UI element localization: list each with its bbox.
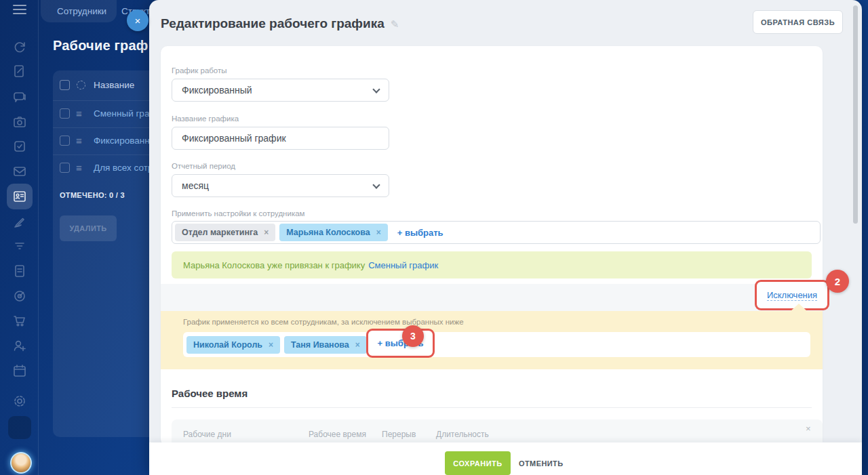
drag-handle-icon[interactable]: ≡ — [76, 136, 82, 146]
remove-tag-icon[interactable]: × — [355, 340, 360, 350]
select-all-checkbox[interactable] — [60, 80, 70, 90]
report-period-select[interactable]: месяц — [172, 174, 389, 197]
apply-to-label: Применить настройки к сотрудникам — [172, 209, 304, 218]
settings-icon[interactable] — [12, 393, 28, 409]
modal-close-button[interactable]: × — [127, 9, 149, 31]
chat-icon[interactable] — [12, 89, 28, 105]
mail-icon[interactable] — [12, 163, 28, 180]
signal-icon[interactable] — [12, 238, 28, 254]
schedule-link[interactable]: Сменный график — [368, 260, 438, 270]
tag-employee: Таня Иванова× — [284, 336, 367, 354]
chevron-down-icon — [372, 181, 380, 188]
cart-icon[interactable] — [12, 312, 28, 329]
employees-card-icon[interactable] — [12, 188, 28, 205]
save-button[interactable]: СОХРАНИТЬ — [445, 451, 511, 475]
remove-tag-icon[interactable]: × — [269, 340, 273, 350]
delete-button[interactable]: УДАЛИТЬ — [60, 215, 117, 241]
select-annotation-box: + выбрать — [366, 329, 435, 358]
modal-footer: СОХРАНИТЬ ОТМЕНИТЬ — [149, 442, 862, 475]
calendar-icon[interactable] — [12, 363, 28, 379]
col-work-days: Рабочие дни — [183, 430, 231, 439]
selected-count: ОТМЕЧЕНО: 0 / 3 — [60, 191, 125, 199]
camera-icon[interactable] — [12, 114, 28, 130]
row-checkbox[interactable] — [60, 136, 70, 146]
schedule-type-select[interactable]: Фиксированный — [172, 79, 389, 102]
tooltip-caret — [791, 304, 807, 311]
annotation-badge-3: 3 — [402, 325, 424, 347]
drag-handle-icon[interactable]: ≡ — [76, 108, 82, 119]
already-assigned-notice: Марьяна Колоскова уже привязан к графику… — [172, 251, 812, 278]
table-row[interactable]: Для всех сотру — [94, 163, 157, 173]
exceptions-label: График применяется ко всем сотрудникам, … — [183, 318, 464, 326]
modal-title: Редактирование рабочего графика✎ — [161, 16, 399, 31]
apply-to-tags-input[interactable]: Отдел маркетинга× Марьяна Колоскова× + в… — [172, 221, 821, 244]
work-time-heading: Рабочее время — [172, 388, 248, 399]
drag-handle-icon[interactable]: ≡ — [76, 163, 82, 173]
sync-icon[interactable] — [12, 39, 28, 56]
col-break: Перерыв — [382, 430, 416, 439]
column-header-name: Название — [94, 80, 134, 90]
remove-tag-icon[interactable]: × — [264, 228, 269, 237]
schedule-name-input[interactable]: Фиксированный график — [172, 127, 389, 150]
report-icon[interactable] — [12, 263, 28, 279]
chevron-down-icon — [372, 85, 380, 93]
table-settings-icon[interactable] — [77, 81, 85, 89]
row-checkbox[interactable] — [60, 163, 70, 173]
schedule-name-label: Название графика — [172, 115, 239, 123]
add-person-icon[interactable] — [12, 337, 28, 354]
page-title: Рабочие граф — [53, 38, 148, 54]
close-row-icon[interactable]: × — [806, 424, 811, 434]
exceptions-row — [161, 284, 823, 311]
schedule-type-label: График работы — [172, 66, 227, 75]
add-employee-link[interactable]: + выбрать — [397, 228, 443, 238]
menu-icon[interactable] — [13, 5, 26, 14]
tasks-icon[interactable] — [12, 138, 28, 154]
goals-icon[interactable] — [12, 288, 28, 304]
edit-title-icon[interactable]: ✎ — [391, 18, 399, 30]
edit-schedule-modal: Редактирование рабочего графика✎ ОБРАТНА… — [149, 0, 862, 475]
report-period-label: Отчетный период — [172, 162, 235, 170]
tab-employees[interactable]: Сотрудники — [57, 6, 106, 16]
remove-tag-icon[interactable]: × — [376, 228, 381, 237]
table-row[interactable]: Фиксированны — [94, 136, 156, 146]
signature-icon[interactable] — [12, 213, 28, 230]
exceptions-panel: График применяется ко всем сотрудникам, … — [161, 311, 823, 369]
collapsed-module-icon[interactable] — [8, 416, 31, 439]
exceptions-tags-input[interactable]: Николай Король× Таня Иванова× + выбрать — [183, 332, 810, 357]
edit-document-icon[interactable] — [12, 63, 28, 79]
user-avatar[interactable] — [10, 452, 32, 474]
schedules-table-card — [53, 70, 155, 437]
row-checkbox[interactable] — [60, 108, 70, 119]
feedback-button[interactable]: ОБРАТНАЯ СВЯЗЬ — [753, 10, 843, 34]
tag-employee: Марьяна Колоскова× — [279, 224, 387, 241]
tag-employee: Николай Король× — [186, 336, 280, 354]
annotation-badge-2: 2 — [826, 270, 849, 293]
col-duration: Длительность — [436, 430, 489, 439]
cancel-button[interactable]: ОТМЕНИТЬ — [519, 451, 563, 475]
modal-scrollbar[interactable] — [853, 5, 858, 224]
sidebar-divider — [38, 0, 39, 475]
form-card: График работы Фиксированный Название гра… — [161, 46, 823, 446]
table-row[interactable]: Сменный граф — [94, 108, 157, 119]
col-work-hours: Рабочее время — [309, 430, 366, 439]
exceptions-link[interactable]: Исключения — [767, 290, 817, 301]
tag-department: Отдел маркетинга× — [175, 224, 275, 241]
